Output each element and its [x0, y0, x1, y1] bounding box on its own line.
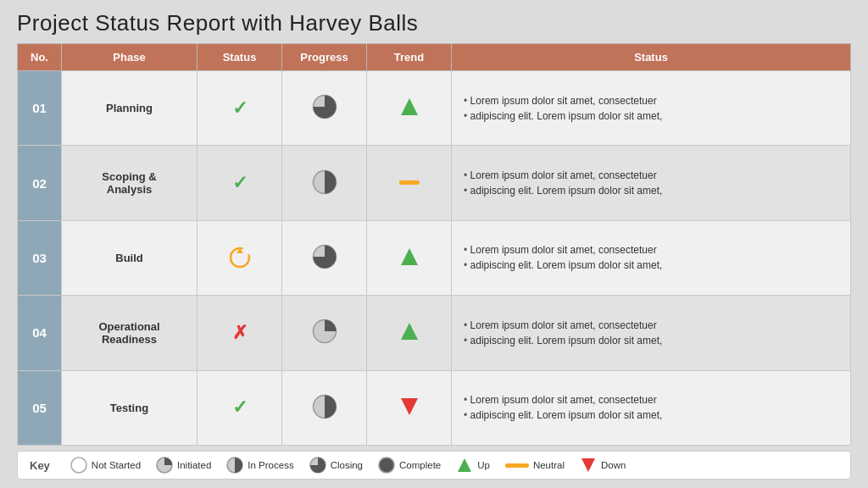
- status-icon-cell: [198, 220, 282, 295]
- status-table: No. Phase Status Progress Trend Status 0…: [17, 43, 851, 446]
- svg-point-15: [379, 458, 394, 473]
- table-row: 04OperationalReadiness✗Lorem ipsum dolor…: [18, 296, 851, 370]
- phase-cell: Build: [62, 220, 198, 295]
- phase-cell: Testing: [62, 370, 198, 445]
- key-label-in-process: In Process: [248, 460, 293, 470]
- note-item: adipiscing elit. Lorem ipsum dolor sit a…: [464, 408, 838, 423]
- svg-marker-8: [401, 323, 418, 340]
- note-item: Lorem ipsum dolor sit amet, consectetuer: [464, 93, 838, 108]
- col-header-status: Status: [198, 44, 282, 71]
- row-number: 04: [18, 296, 62, 370]
- progress-cell: [282, 296, 367, 370]
- trend-up-icon: [398, 95, 421, 119]
- col-header-trend: Trend: [367, 44, 452, 71]
- col-header-no: No.: [18, 44, 62, 71]
- neutral-dash-icon: [505, 463, 529, 468]
- key-label-not-started: Not Started: [92, 460, 141, 470]
- note-item: Lorem ipsum dolor sit amet, consectetuer: [464, 242, 838, 258]
- trend-cell: [367, 146, 452, 220]
- trend-up-icon: [398, 245, 421, 269]
- col-header-notes: Status: [452, 44, 851, 71]
- svg-marker-16: [458, 458, 471, 472]
- cross-icon: ✗: [232, 324, 248, 342]
- note-item: Lorem ipsum dolor sit amet, consectetuer: [464, 168, 838, 183]
- trend-cell: [367, 220, 452, 295]
- col-header-progress: Progress: [282, 44, 367, 71]
- trend-up-icon: [398, 319, 421, 343]
- key-item-down: Down: [580, 457, 626, 474]
- key-label-up: Up: [477, 460, 490, 470]
- check-icon: ✓: [232, 398, 248, 417]
- note-item: adipiscing elit. Lorem ipsum dolor sit a…: [464, 108, 838, 124]
- table-row: 01Planning✓Lorem ipsum dolor sit amet, c…: [18, 71, 851, 146]
- circle-arrow-icon: [228, 246, 252, 269]
- key-item-initiated: Initiated: [156, 457, 211, 474]
- row-number: 03: [18, 220, 62, 295]
- note-item: Lorem ipsum dolor sit amet, consectetuer: [464, 318, 838, 333]
- check-icon: ✓: [232, 99, 248, 118]
- notes-cell: Lorem ipsum dolor sit amet, consectetuer…: [452, 296, 851, 370]
- svg-marker-17: [581, 458, 595, 472]
- page: Project Status Report with Harvey Balls …: [0, 0, 868, 488]
- progress-cell: [282, 220, 367, 295]
- check-icon: ✓: [232, 174, 248, 192]
- progress-cell: [282, 146, 367, 220]
- svg-point-11: [71, 458, 86, 473]
- complete-icon: [378, 457, 395, 474]
- key-label-initiated: Initiated: [177, 460, 211, 470]
- key-label-closing: Closing: [331, 460, 363, 470]
- table-wrapper: No. Phase Status Progress Trend Status 0…: [17, 43, 851, 446]
- table-row: 05Testing✓Lorem ipsum dolor sit amet, co…: [18, 370, 851, 445]
- svg-marker-1: [401, 98, 418, 115]
- svg-rect-3: [399, 180, 420, 185]
- row-number: 02: [18, 146, 62, 220]
- trend-down-icon: [398, 395, 421, 419]
- up-arrow-icon: [456, 457, 473, 474]
- svg-marker-6: [401, 248, 418, 265]
- key-item-closing: Closing: [309, 457, 363, 474]
- table-row: 02Scoping &Analysis✓Lorem ipsum dolor si…: [18, 146, 851, 220]
- key-label-complete: Complete: [399, 460, 441, 470]
- key-item-complete: Complete: [378, 457, 441, 474]
- trend-cell: [367, 296, 452, 370]
- trend-neutral-icon: [398, 177, 421, 187]
- closing-icon: [309, 457, 326, 474]
- key-item-neutral: Neutral: [505, 460, 565, 470]
- notes-cell: Lorem ipsum dolor sit amet, consectetuer…: [452, 146, 851, 220]
- svg-marker-10: [401, 398, 418, 415]
- key-item-in-process: In Process: [226, 457, 293, 474]
- col-header-phase: Phase: [62, 44, 198, 71]
- status-icon-cell: ✓: [198, 71, 282, 146]
- status-icon-cell: ✓: [198, 370, 282, 445]
- trend-cell: [367, 71, 452, 146]
- phase-cell: Planning: [62, 71, 198, 146]
- in-process-icon: [226, 457, 243, 474]
- row-number: 05: [18, 370, 62, 445]
- note-item: adipiscing elit. Lorem ipsum dolor sit a…: [464, 258, 838, 273]
- note-item: adipiscing elit. Lorem ipsum dolor sit a…: [464, 333, 838, 348]
- not-started-icon: [70, 457, 87, 474]
- key-label-down: Down: [601, 460, 626, 470]
- key-label: Key: [30, 459, 50, 472]
- key-item-up: Up: [456, 457, 490, 474]
- notes-cell: Lorem ipsum dolor sit amet, consectetuer…: [452, 220, 851, 295]
- progress-cell: [282, 370, 367, 445]
- row-number: 01: [18, 71, 62, 146]
- key-label-neutral: Neutral: [533, 460, 565, 470]
- note-item: Lorem ipsum dolor sit amet, consectetuer: [464, 392, 838, 408]
- notes-cell: Lorem ipsum dolor sit amet, consectetuer…: [452, 71, 851, 146]
- trend-cell: [367, 370, 452, 445]
- status-icon-cell: ✗: [198, 296, 282, 370]
- phase-cell: Scoping &Analysis: [62, 146, 198, 220]
- page-title: Project Status Report with Harvey Balls: [17, 10, 851, 36]
- phase-cell: OperationalReadiness: [62, 296, 198, 370]
- key-item-not-started: Not Started: [70, 457, 141, 474]
- notes-cell: Lorem ipsum dolor sit amet, consectetuer…: [452, 370, 851, 445]
- status-icon-cell: ✓: [198, 146, 282, 220]
- down-arrow-icon: [580, 457, 597, 474]
- key-bar: Key Not Started Initiated In Process Clo…: [17, 451, 851, 480]
- initiated-icon: [156, 457, 173, 474]
- note-item: adipiscing elit. Lorem ipsum dolor sit a…: [464, 183, 838, 198]
- table-row: 03BuildLorem ipsum dolor sit amet, conse…: [18, 220, 851, 295]
- progress-cell: [282, 71, 367, 146]
